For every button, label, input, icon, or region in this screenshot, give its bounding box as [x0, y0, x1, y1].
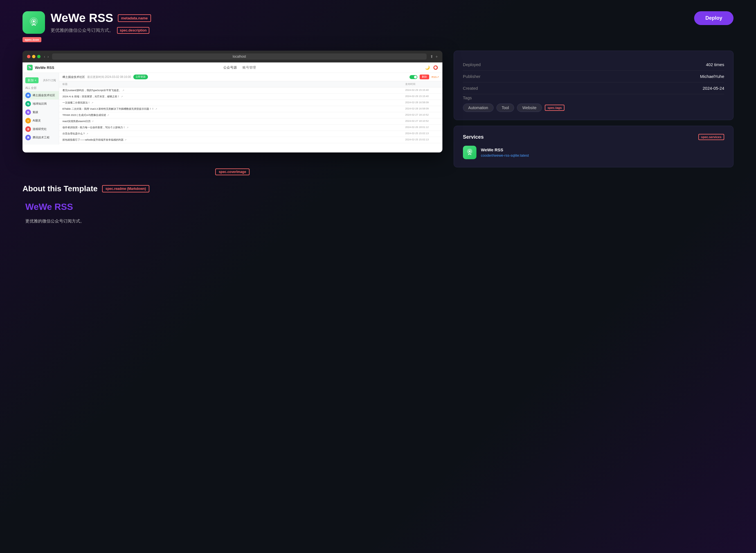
description-text: 更优雅的微信公众号订阅方式。 [51, 27, 114, 33]
app-description: 更优雅的微信公众号订阅方式。 spec.description [51, 27, 151, 34]
article-date: 2024-02-29 15:15:40 [405, 89, 439, 92]
header-title-area: WeWe RSS metadata.name 更优雅的微信公众号订阅方式。 sp… [51, 11, 151, 34]
dot-red [27, 55, 30, 58]
article-row: react实现简易xiaomi日历↗ 2024-02-27 18:10:52 [59, 118, 442, 125]
articles-panel: 稀土掘金技术社区 最后更新时间:2024-03-02 08:16:00 立即更新… [59, 73, 442, 145]
avatar-3: 魁 [25, 109, 31, 115]
article-row: ElTable 二次封装：我用 Vue3.3 新特性完美解决了列插槽数据无类型提… [59, 106, 442, 112]
avatar-5: 游 [25, 126, 31, 132]
sidebar-label-4: AI通灵 [32, 119, 41, 123]
article-row: 创作者训练营 - 助力每一位创作新星，写出个人影响力！↗ 2024-02-26 … [59, 125, 442, 131]
browser-nav: ‹ › [44, 54, 49, 59]
deployed-label: Deployed [463, 62, 481, 67]
sidebar-item-3[interactable]: 魁 魁拔 [22, 108, 59, 116]
article-date: 2024-02-26 18:01:12 [405, 126, 439, 130]
all-filter-label[interactable]: ALL 全部 [25, 86, 36, 89]
browser-mockup: ‹ › localhost ⬆ + 📡 WeWe RSS [22, 51, 442, 152]
article-row: TPAMI 2023 | 生成式AI与图像合成综述↗ 2024-02-27 18… [59, 112, 442, 118]
app-content: 📡 WeWe RSS 公众号源 账号管理 🌙 ⭕ [22, 63, 442, 152]
dot-yellow [32, 55, 35, 58]
article-title: react实现简易xiaomi日历↗ [63, 120, 405, 123]
delete-button[interactable]: 删除 [420, 75, 429, 79]
article-row: 看完zustand源码后，我的TypeScript水平突飞猛进。↗ 2024-0… [59, 87, 442, 94]
article-title: 一文搞懂二分查找算法！↗ [63, 101, 405, 105]
app-title: WeWe RSS [51, 11, 113, 25]
services-header: Services spec.services [463, 134, 724, 140]
about-title: About this Template [22, 184, 98, 193]
tags-section: Tags Automation Tool Website spec.tags [463, 95, 724, 112]
info-card: Deployed 402 times Publisher MichaelYuhe… [454, 51, 734, 120]
main-content: ‹ › localhost ⬆ + 📡 WeWe RSS [22, 51, 734, 167]
sidebar-label-3: 魁拔 [32, 110, 38, 114]
app-nav-tabs: 公众号源 账号管理 [223, 65, 256, 70]
tags-row: Automation Tool Website spec.tags [463, 103, 724, 112]
deployed-value: 402 times [706, 62, 724, 67]
col-date-label: 发布时间 [405, 82, 439, 86]
service-icon [463, 146, 477, 159]
article-date: 2024-02-25 15:02:13 [405, 138, 439, 142]
article-row: 分页合理化是什么？↗ 2024-02-25 15:02:13 [59, 131, 442, 137]
new-tab-icon: + [436, 54, 438, 59]
nav-tab-2[interactable]: 账号管理 [242, 65, 256, 70]
article-date: 2024-02-28 16:58:09 [405, 101, 439, 105]
spec-tags-badge: spec.tags [545, 105, 565, 111]
avatar-1: 稀 [25, 92, 31, 98]
panel-header: 稀土掘金技术社区 最后更新时间:2024-03-02 08:16:00 立即更新… [59, 73, 442, 81]
dark-mode-icon[interactable]: 🌙 [425, 65, 430, 70]
deployed-row: Deployed 402 times [463, 59, 724, 71]
rss-link[interactable]: RSS↗ [431, 76, 439, 78]
browser-url-bar: localhost [52, 54, 426, 60]
sidebar-item-4[interactable]: A AI通灵 [22, 116, 59, 125]
article-title: 创作者训练营 - 助力每一位创作新星，写出个人影响力！↗ [63, 126, 405, 130]
sidebar-item-5[interactable]: 游 游戏研究社 [22, 125, 59, 133]
article-title: 抓包就指着它了——whistle提升前端开发幸福感的利器↗ [63, 138, 405, 142]
selected-source-label: 稀土掘金技术社区 [63, 75, 85, 79]
app-sidebar: 新加 + 共6个订阅 ALL 全部 稀 稀土掘金技术社区 [22, 73, 59, 145]
sidebar-item-1[interactable]: 稀 稀土掘金技术社区 [22, 91, 59, 99]
app-name-label: WeWe RSS [35, 66, 54, 70]
article-date: 2024-02-25 15:02:13 [405, 132, 439, 136]
tag-website[interactable]: Website [517, 103, 542, 112]
header-left: spec.icon WeWe RSS metadata.name 更优雅的微信公… [22, 11, 151, 34]
spec-services-badge: spec.services [698, 134, 724, 140]
panel-header-right: 删除 RSS↗ [410, 75, 439, 79]
tag-tool[interactable]: Tool [496, 103, 514, 112]
article-title: 看完zustand源码后，我的TypeScript水平突飞猛进。↗ [63, 89, 405, 92]
subscription-count: 共6个订阅 [43, 78, 56, 82]
spec-icon-badge: spec.icon [22, 37, 41, 42]
share-icon: ⬆ [430, 54, 433, 59]
sidebar-top: 新加 + 共6个订阅 [22, 76, 59, 85]
tag-automation[interactable]: Automation [463, 103, 494, 112]
nav-tab-1[interactable]: 公众号源 [223, 65, 237, 70]
screenshot-container: ‹ › localhost ⬆ + 📡 WeWe RSS [22, 51, 442, 167]
deploy-button[interactable]: Deploy [694, 11, 734, 25]
app-icon: spec.icon [22, 11, 45, 34]
sidebar-filter: ALL 全部 [22, 85, 59, 91]
publisher-label: Publisher [463, 74, 481, 79]
service-link[interactable]: cooderl/wewe-rss-sqlite:latest [481, 153, 529, 158]
created-label: Created [463, 86, 478, 91]
readme-description: 更优雅的微信公众号订阅方式。 [25, 218, 731, 225]
update-now-button[interactable]: 立即更新 [133, 75, 148, 79]
about-header: About this Template spec.readme (Markdow… [22, 184, 734, 193]
avatar-4: A [25, 118, 31, 124]
dot-green [37, 55, 40, 58]
spec-cover-image-badge: spec.coverImage [216, 168, 249, 175]
article-date: 2024-02-27 18:10:52 [405, 113, 439, 117]
panel-header-left: 稀土掘金技术社区 最后更新时间:2024-03-02 08:16:00 立即更新 [63, 75, 148, 79]
svg-point-1 [32, 20, 35, 22]
avatar-2: 地 [25, 101, 31, 106]
add-subscription-button[interactable]: 新加 + [25, 77, 38, 83]
created-value: 2024-05-24 [702, 86, 724, 91]
sidebar-label-1: 稀土掘金技术社区 [32, 93, 55, 97]
metadata-name-badge: metadata.name [118, 14, 151, 22]
service-item: WeWe RSS cooderl/wewe-rss-sqlite:latest [463, 146, 724, 159]
toggle-switch[interactable] [410, 75, 417, 79]
sidebar-item-6[interactable]: 腾 腾讯技术工程 [22, 133, 59, 142]
sidebar-label-6: 腾讯技术工程 [32, 136, 50, 140]
tags-label: Tags [463, 95, 724, 100]
spec-description-badge: spec.description [117, 27, 149, 34]
readme-content: WeWe RSS 更优雅的微信公众号订阅方式。 [22, 202, 734, 225]
github-icon[interactable]: ⭕ [433, 65, 438, 70]
sidebar-item-2[interactable]: 地 地球知识局 [22, 99, 59, 108]
